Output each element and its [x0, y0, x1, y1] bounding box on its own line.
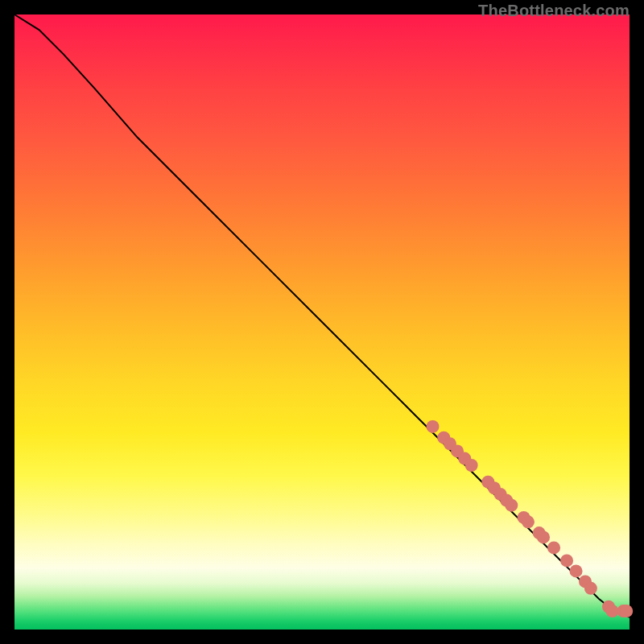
data-point	[560, 554, 573, 567]
data-point	[570, 564, 583, 577]
data-point	[606, 605, 619, 617]
data-points	[427, 420, 634, 617]
watermark-text: TheBottleneck.com	[478, 2, 630, 20]
data-point	[505, 499, 518, 512]
data-point	[584, 582, 597, 595]
data-point	[465, 459, 478, 472]
data-point	[522, 515, 535, 528]
data-point	[620, 605, 633, 617]
data-point	[427, 420, 440, 433]
chart-stage: TheBottleneck.com	[0, 0, 644, 644]
plot-area	[14, 14, 630, 630]
chart-svg	[14, 14, 630, 630]
data-point	[537, 530, 550, 543]
data-point	[547, 541, 560, 554]
